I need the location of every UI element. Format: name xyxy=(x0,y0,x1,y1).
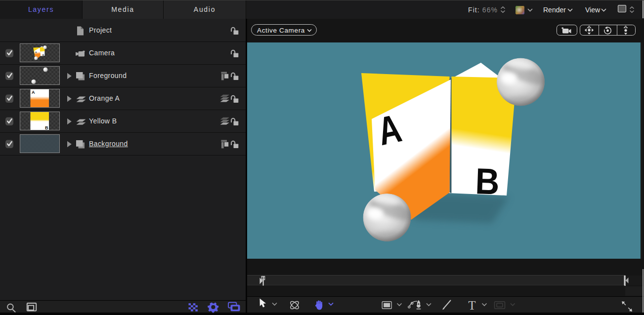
svg-text:T: T xyxy=(469,299,476,312)
svg-text:B: B xyxy=(45,125,48,130)
svg-text:B: B xyxy=(43,54,44,56)
svg-text:A: A xyxy=(32,90,35,95)
svg-text:B: B xyxy=(474,160,500,202)
